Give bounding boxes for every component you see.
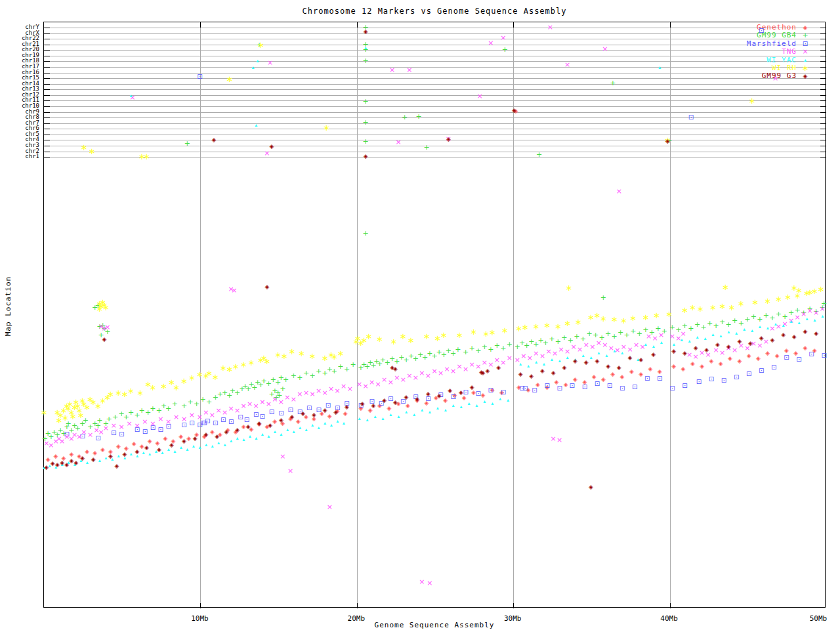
chromosome-row-line xyxy=(44,78,825,79)
tick-right xyxy=(820,95,826,96)
tick-left xyxy=(44,123,50,124)
tick-right xyxy=(820,112,826,113)
tick-right xyxy=(820,146,826,146)
legend-symbol-marshfield: ⊡ xyxy=(797,40,814,48)
tick-left xyxy=(44,117,50,118)
tick-left xyxy=(44,39,50,39)
legend-row-marshfield: Marshfield⊡ xyxy=(710,40,814,48)
tick-left xyxy=(44,84,50,85)
plot-area xyxy=(43,22,826,608)
tick-right xyxy=(820,84,826,85)
tick-left xyxy=(44,106,50,107)
tick-left xyxy=(44,129,50,129)
x-tick-label: 40Mb xyxy=(660,614,678,623)
tick-right xyxy=(820,50,826,51)
legend-row-wi-rh: WI RH∗ xyxy=(710,64,814,72)
tick-right xyxy=(820,152,826,152)
x-axis-label: Genome Sequence Assembly xyxy=(43,621,826,629)
tick-left xyxy=(44,146,50,146)
chromosome-row-line xyxy=(44,100,825,101)
tick-top xyxy=(670,22,671,28)
tick-right xyxy=(820,157,826,158)
chromosome-row-line xyxy=(44,89,825,90)
chromosome-row-line xyxy=(44,135,825,135)
tick-left xyxy=(44,135,50,135)
chromosome-row-line xyxy=(44,123,825,124)
tick-right xyxy=(820,106,826,107)
x-tick-label: 20Mb xyxy=(348,614,366,623)
chromosome-row-line xyxy=(44,33,825,34)
tick-right xyxy=(820,56,826,56)
tick-right xyxy=(820,28,826,28)
tick-left xyxy=(44,28,50,28)
legend-row-wi-yac: WI YAC▴ xyxy=(710,56,814,64)
y-axis-label: Map Location xyxy=(4,261,12,352)
chromosome-row-line xyxy=(44,67,825,68)
chromosome-row-line xyxy=(44,140,825,140)
legend-label: GM99 G3 xyxy=(710,72,797,80)
tick-top xyxy=(200,22,201,28)
tick-left xyxy=(44,95,50,96)
x-tick-label: 10Mb xyxy=(191,614,209,623)
chromosome-row-line xyxy=(44,61,825,62)
legend-row-gm99-g3: GM99 G3◈ xyxy=(710,72,814,80)
tick-left xyxy=(44,50,50,51)
tick-top xyxy=(357,22,358,28)
tick-right xyxy=(820,123,826,124)
legend-label: Marshfield xyxy=(710,40,797,48)
x-tick-label: 30Mb xyxy=(504,614,522,623)
chart-title: Chromosome 12 Markers vs Genome Sequence… xyxy=(43,7,826,16)
chromosome-label-chr1: chr1 xyxy=(0,154,39,159)
legend-symbol-wi-rh: ∗ xyxy=(797,64,814,72)
tick-right xyxy=(820,140,826,140)
tick-left xyxy=(44,33,50,34)
legend-row-tng: TNG× xyxy=(710,48,814,56)
tick-right xyxy=(820,129,826,129)
legend-symbol-gm99-gb4: + xyxy=(797,32,814,39)
legend-label: WI RH xyxy=(710,64,797,72)
legend-row-genethon: Genethon◈ xyxy=(710,24,814,32)
chromosome-row-line xyxy=(44,73,825,74)
tick-left xyxy=(44,67,50,68)
x-gridline xyxy=(513,22,514,607)
legend-symbol-gm99-g3: ◈ xyxy=(797,72,814,80)
legend-label: GM99 GB4 xyxy=(710,32,797,39)
tick-right xyxy=(820,39,826,39)
chromosome-row-line xyxy=(44,39,825,39)
tick-right xyxy=(820,73,826,74)
x-gridline xyxy=(357,22,358,607)
chromosome-row-line xyxy=(44,95,825,96)
tick-bottom xyxy=(357,603,358,608)
tick-left xyxy=(44,89,50,90)
tick-left xyxy=(44,140,50,140)
tick-right xyxy=(820,89,826,90)
tick-right xyxy=(820,78,826,79)
chromosome-row-line xyxy=(44,129,825,129)
tick-bottom xyxy=(513,603,514,608)
tick-left xyxy=(44,152,50,152)
legend-symbol-tng: × xyxy=(797,48,814,56)
tick-bottom xyxy=(200,603,201,608)
tick-right xyxy=(820,67,826,68)
chromosome-row-line xyxy=(44,84,825,85)
chromosome-row-line xyxy=(44,117,825,118)
tick-right xyxy=(820,45,826,45)
x-gridline xyxy=(670,22,671,607)
chromosome-row-line xyxy=(44,106,825,107)
chart-canvas: Chromosome 12 Markers vs Genome Sequence… xyxy=(0,0,840,630)
legend-label: Genethon xyxy=(710,24,797,32)
tick-left xyxy=(44,56,50,56)
tick-top xyxy=(513,22,514,28)
tick-right xyxy=(820,100,826,101)
x-tick-label: 50Mb xyxy=(810,614,828,623)
chromosome-row-line xyxy=(44,152,825,152)
tick-left xyxy=(44,100,50,101)
legend-label: TNG xyxy=(710,48,797,56)
chromosome-row-line xyxy=(44,112,825,113)
legend-label: WI YAC xyxy=(710,56,797,64)
chromosome-row-line xyxy=(44,50,825,51)
chromosome-row-line xyxy=(44,146,825,146)
tick-right xyxy=(820,33,826,34)
tick-left xyxy=(44,112,50,113)
tick-left xyxy=(44,61,50,62)
